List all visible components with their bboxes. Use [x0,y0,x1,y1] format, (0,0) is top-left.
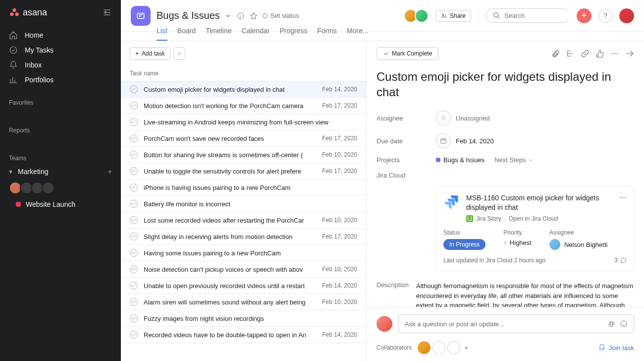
projects-value[interactable]: Bugs & Issues Next Steps [436,156,533,164]
complete-checkbox[interactable] [130,200,138,208]
complete-checkbox[interactable] [130,249,138,257]
task-row[interactable]: PorchCam won't save new recorded facesFe… [121,130,366,147]
more-icon[interactable] [619,193,627,201]
svg-point-8 [612,53,613,54]
complete-checkbox[interactable] [130,85,138,93]
task-row[interactable]: Custom emoji picker for widgets displaye… [121,81,366,98]
complete-checkbox[interactable] [130,216,138,224]
complete-checkbox[interactable] [130,102,138,110]
tab-more[interactable]: More... [347,23,369,41]
bell-icon [598,344,606,352]
task-row[interactable]: iPhone is having issues pairing to a new… [121,180,366,196]
tab-progress[interactable]: Progress [279,23,307,41]
close-panel-icon[interactable] [625,49,634,58]
link-icon[interactable] [581,49,590,58]
avatar[interactable] [415,9,429,23]
complete-checkbox[interactable] [130,282,138,290]
star-icon[interactable] [250,12,258,20]
tab-calendar[interactable]: Calendar [242,23,270,41]
svg-point-11 [442,116,445,119]
chevron-down-icon [177,51,182,56]
mention-icon[interactable]: @ [608,320,615,328]
task-row[interactable]: Slight delay in receiving alerts from mo… [121,229,366,245]
jira-assignee-label: Assignee [549,229,607,236]
task-title[interactable]: Custom emoji picker for widgets displaye… [367,66,644,107]
tab-timeline[interactable]: Timeline [206,23,231,41]
complete-checkbox[interactable] [130,134,138,142]
search-box[interactable] [485,8,570,23]
due-date-value[interactable]: Feb 14, 2020 [436,133,494,148]
jira-card[interactable]: MSB-1160 Custom emoji picker for widgets… [436,186,634,271]
subtask-icon[interactable] [566,49,575,58]
user-avatar[interactable] [619,8,634,23]
project-members[interactable] [407,9,429,23]
complete-checkbox[interactable] [130,167,138,175]
tab-list[interactable]: List [157,23,167,41]
emoji-icon[interactable] [620,320,628,328]
complete-checkbox[interactable] [130,151,138,159]
task-row[interactable]: Button for sharing live streams is somet… [121,147,366,163]
task-row[interactable]: Fuzzy images from night vision recording… [121,310,366,327]
complete-checkbox[interactable] [130,233,138,241]
jira-comments[interactable]: 3 [614,257,627,264]
task-row[interactable]: Having some issues pairing to a new Porc… [121,245,366,261]
task-row[interactable]: Unable to open previously recorded video… [121,278,366,294]
task-row[interactable]: Unable to toggle the sensitivity control… [121,163,366,180]
task-row[interactable]: Recorded videos have to be double-tapped… [121,327,366,343]
task-row[interactable]: Alarm siren will sometimes sound without… [121,294,366,310]
tab-forms[interactable]: Forms [317,23,337,41]
reports-label[interactable]: Reports [0,118,121,137]
set-status-button[interactable]: Set status [263,12,299,19]
asana-logo-icon [9,7,20,18]
nav-home[interactable]: Home [0,28,121,43]
task-date: Feb 10, 2020 [322,151,357,158]
task-name: Battery life monitor is incorrect [144,200,357,208]
share-button[interactable]: Share [435,10,471,22]
task-row[interactable]: Motion detection isn't working for the P… [121,98,366,114]
assignee-value[interactable]: Unassigned [436,111,490,125]
global-add-button[interactable]: + [577,8,591,23]
project-color-dot [436,158,440,162]
next-steps-dropdown[interactable]: Next Steps [494,156,533,164]
collapse-sidebar-button[interactable] [102,7,112,17]
due-date-label: Due date [376,137,426,145]
avatar-placeholder[interactable] [447,341,460,354]
nav-portfolios[interactable]: Portfolios [0,72,121,87]
complete-checkbox[interactable] [130,298,138,306]
add-to-team-button[interactable]: + [108,168,112,176]
complete-checkbox[interactable] [130,265,138,273]
project-website-launch[interactable]: Website Launch [0,197,121,211]
complete-checkbox[interactable] [130,314,138,322]
task-row[interactable]: Noise detection can't pickup voices or s… [121,261,366,278]
attachment-icon[interactable] [551,49,560,58]
description-text[interactable]: Although ferromagnetism is responsible f… [416,281,644,303]
info-icon[interactable] [237,12,245,20]
nav-my-tasks[interactable]: My Tasks [0,43,121,58]
add-task-button[interactable]: + Add task [130,47,170,60]
avatar[interactable] [42,181,54,194]
task-row[interactable]: Lost some recorded videos after restarti… [121,212,366,229]
mark-complete-button[interactable]: Mark Complete [376,47,438,60]
avatar-placeholder[interactable] [432,341,445,354]
tab-board[interactable]: Board [177,23,196,41]
complete-checkbox[interactable] [130,118,138,126]
search-input[interactable] [504,12,588,19]
complete-checkbox[interactable] [130,331,138,339]
help-button[interactable]: ? [598,9,612,23]
task-row[interactable]: Live-streaming in Android keeps minimizi… [121,114,366,130]
avatar[interactable] [418,341,430,354]
nav-inbox[interactable]: Inbox [0,58,121,72]
chevron-down-icon[interactable] [225,12,232,19]
open-in-jira-link[interactable]: Open in Jira Cloud [509,215,558,222]
add-collaborator-button[interactable]: + [464,344,468,352]
comment-input[interactable]: Ask a question or post an update... @ [398,314,634,333]
join-task-button[interactable]: Join task [598,344,634,352]
task-row[interactable]: Battery life monitor is incorrect [121,196,366,212]
like-icon[interactable] [595,49,604,58]
logo[interactable]: asana [9,7,47,18]
team-marketing[interactable]: ▾ Marketing + [0,165,121,179]
favorites-label[interactable]: Favorites [0,90,121,109]
complete-checkbox[interactable] [130,183,138,191]
more-icon[interactable] [610,49,619,58]
add-task-dropdown[interactable] [173,47,185,60]
